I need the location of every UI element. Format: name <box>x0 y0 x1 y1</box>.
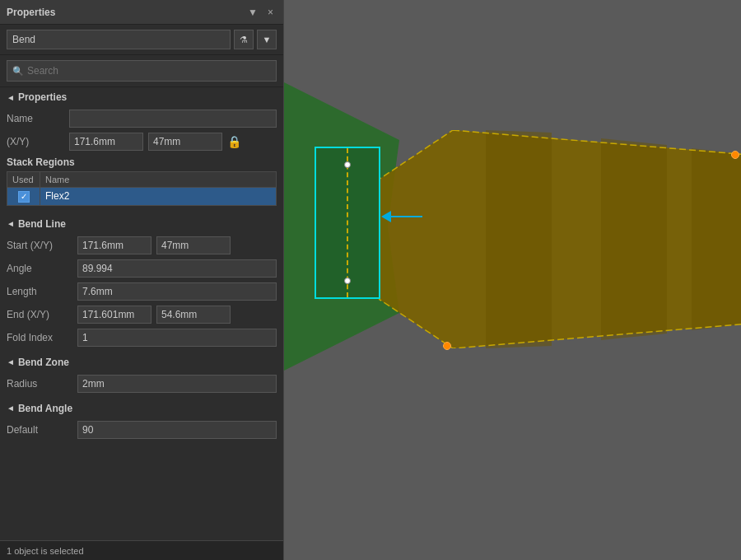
name-row: Name <box>0 107 283 130</box>
selection-arrow <box>381 211 422 222</box>
radius-input[interactable] <box>77 375 277 393</box>
start-row: Start (X/Y) <box>0 234 283 257</box>
bottom-handle <box>344 278 351 284</box>
angle-input[interactable] <box>77 259 277 278</box>
svg-marker-5 <box>692 148 741 330</box>
start-y-input[interactable] <box>156 236 231 254</box>
row-name: Flex2 <box>40 188 277 206</box>
checkbox-checked[interactable]: ✓ <box>18 191 30 203</box>
stack-table: Used Name ✓ Flex2 <box>7 171 277 206</box>
start-x-input[interactable] <box>77 236 151 254</box>
fold-input[interactable] <box>77 329 277 347</box>
top-handle <box>344 161 351 168</box>
fold-label: Fold Index <box>7 332 72 343</box>
table-row[interactable]: ✓ Flex2 <box>7 188 277 206</box>
bend-zone-arrow: ◄ <box>7 357 15 366</box>
handle-bottom-left <box>443 342 451 350</box>
bend-zone-section-header[interactable]: ◄ Bend Zone <box>0 352 283 372</box>
pin-button[interactable]: ▼ <box>245 5 261 20</box>
search-wrap: 🔍 <box>7 60 277 82</box>
angle-row: Angle <box>0 257 283 280</box>
stack-regions-title: Stack Regions <box>7 156 277 168</box>
x-input[interactable] <box>69 133 143 151</box>
bend-angle-label: Bend Angle <box>18 403 72 414</box>
end-y-input[interactable] <box>156 306 231 324</box>
dropdown-arrow-button[interactable]: ▼ <box>257 30 277 49</box>
y-input[interactable] <box>148 133 222 151</box>
angle-label: Angle <box>7 263 72 274</box>
length-label: Length <box>7 286 72 297</box>
xy-row: (X/Y) 🔒 <box>0 130 283 153</box>
canvas-area <box>284 0 741 560</box>
status-bar: 1 object is selected <box>0 540 283 560</box>
arrow-head <box>381 211 391 222</box>
bend-region-box <box>315 147 380 299</box>
svg-marker-0 <box>379 130 741 348</box>
default-label: Default <box>7 424 72 436</box>
lock-icon[interactable]: 🔒 <box>227 135 241 148</box>
filter-button[interactable]: ⚗ <box>234 30 254 49</box>
svg-marker-3 <box>486 130 552 348</box>
bend-line-section-header[interactable]: ◄ Bend Line <box>0 214 283 234</box>
panel-content: ◄ Properties Name (X/Y) 🔒 Stack Regions … <box>0 87 283 540</box>
default-input[interactable] <box>77 421 277 439</box>
dropdown-row: Bend ⚗ ▼ <box>0 25 283 55</box>
col-name: Name <box>40 172 277 188</box>
handle-top-right <box>731 151 739 159</box>
search-icon: 🔍 <box>12 66 24 77</box>
bend-line-label: Bend Line <box>18 218 66 230</box>
radius-label: Radius <box>7 378 72 390</box>
panel-titlebar: Properties ▼ × <box>0 0 283 25</box>
fold-row: Fold Index <box>0 326 283 349</box>
properties-arrow: ◄ <box>7 93 15 102</box>
bend-zone-label: Bend Zone <box>18 357 69 368</box>
radius-row: Radius <box>0 372 283 395</box>
bend-dropdown[interactable]: Bend <box>7 30 231 49</box>
properties-section-label: Properties <box>18 91 67 103</box>
end-row: End (X/Y) <box>0 303 283 326</box>
search-input[interactable] <box>27 65 271 77</box>
bend-angle-arrow: ◄ <box>7 404 15 413</box>
name-label: Name <box>7 113 64 124</box>
properties-section-header[interactable]: ◄ Properties <box>0 87 283 107</box>
status-text: 1 object is selected <box>7 546 84 556</box>
name-input[interactable] <box>69 110 277 128</box>
stack-regions: Stack Regions Used Name ✓ Flex2 <box>0 153 283 209</box>
properties-panel: Properties ▼ × Bend ⚗ ▼ 🔍 ◄ Properties N… <box>0 0 284 560</box>
panel-title: Properties <box>7 7 55 18</box>
xy-label: (X/Y) <box>7 136 64 147</box>
length-row: Length <box>0 280 283 303</box>
search-row: 🔍 <box>0 55 283 87</box>
arrow-line <box>391 216 422 217</box>
bend-angle-section-header[interactable]: ◄ Bend Angle <box>0 399 283 418</box>
default-row: Default <box>0 418 283 441</box>
check-cell: ✓ <box>7 188 40 206</box>
end-x-input[interactable] <box>77 306 151 324</box>
start-label: Start (X/Y) <box>7 240 72 251</box>
svg-marker-4 <box>601 138 667 340</box>
length-input[interactable] <box>77 282 277 301</box>
end-label: End (X/Y) <box>7 309 72 320</box>
close-button[interactable]: × <box>264 5 277 20</box>
pcb-main-board <box>379 130 741 348</box>
bend-line-arrow: ◄ <box>7 219 15 228</box>
titlebar-controls: ▼ × <box>245 5 277 20</box>
col-used: Used <box>7 172 40 188</box>
